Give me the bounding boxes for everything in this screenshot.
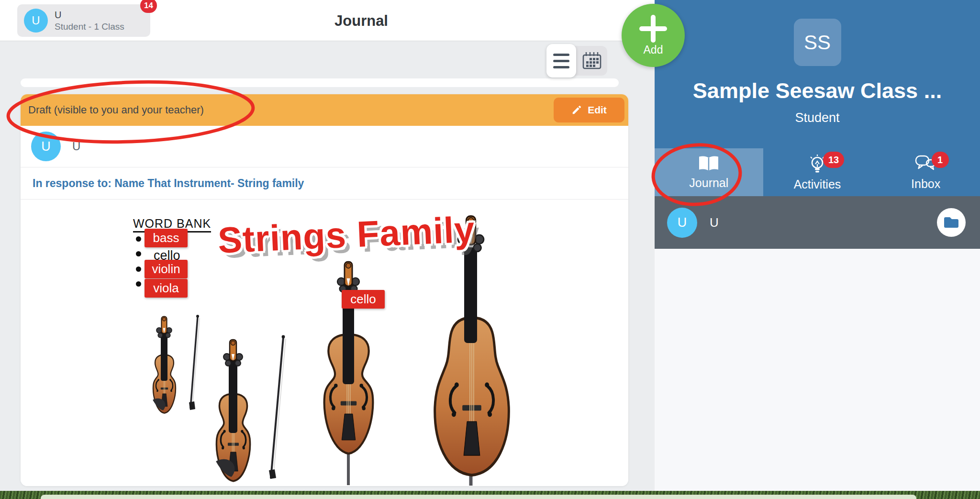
- add-button-label: Add: [644, 44, 663, 56]
- list-view-button[interactable]: [546, 44, 576, 78]
- in-response-to-link[interactable]: In response to: Name That Instrument- St…: [33, 177, 304, 190]
- seesaw-app-window: U U Student - 1 Class 14 Journal: [0, 0, 980, 499]
- tab-activities[interactable]: 13 Activities: [763, 148, 872, 196]
- class-name: Sample Seesaw Class ...: [693, 78, 942, 103]
- word-tile-viola[interactable]: viola: [145, 279, 188, 298]
- previous-post-edge: [21, 78, 619, 87]
- user-avatar: U: [24, 9, 48, 33]
- edit-button-label: Edit: [588, 104, 607, 116]
- inbox-badge: 1: [932, 152, 949, 168]
- response-row: In response to: Name That Instrument- St…: [21, 167, 628, 200]
- author-name: U: [72, 140, 80, 153]
- draft-status-text: Draft (visible to you and your teacher): [28, 104, 204, 116]
- list-view-icon: [553, 54, 569, 56]
- word-tile-violin[interactable]: violin: [145, 260, 188, 278]
- tab-inbox-label: Inbox: [911, 177, 940, 191]
- author-avatar: U: [31, 132, 61, 161]
- calendar-view-button[interactable]: [577, 46, 607, 76]
- class-avatar-initials: SS: [804, 31, 831, 54]
- user-name: U: [55, 9, 124, 21]
- background-window-edge: [41, 495, 916, 499]
- user-avatar-initial: U: [32, 14, 40, 27]
- draft-banner: Draft (visible to you and your teacher) …: [21, 94, 628, 126]
- activities-badge: 13: [823, 152, 844, 168]
- open-book-icon: [697, 155, 721, 173]
- violin-icon: [146, 317, 176, 416]
- journal-post-card: Draft (visible to you and your teacher) …: [21, 94, 628, 486]
- bass-icon: [435, 216, 509, 486]
- student-name: U: [710, 215, 719, 230]
- student-avatar-initial: U: [678, 215, 687, 230]
- bullet-icon: [136, 251, 141, 256]
- plus-icon: [639, 15, 667, 43]
- post-attachment-image[interactable]: WORD BANK bass cello violin viola String…: [21, 200, 628, 486]
- notification-badge: 14: [140, 0, 157, 13]
- author-avatar-initial: U: [41, 139, 51, 154]
- top-bar: U U Student - 1 Class 14 Journal: [0, 0, 655, 41]
- page-title: Journal: [334, 12, 388, 30]
- viola-icon: [206, 340, 250, 486]
- sidebar-tabs: Journal 13 Activities: [655, 148, 980, 196]
- viola-bow-icon: [269, 335, 286, 479]
- violin-bow-icon: [189, 315, 200, 410]
- word-tile-bass[interactable]: bass: [145, 229, 188, 247]
- bullet-icon: [136, 266, 141, 272]
- desktop-background-strip: [0, 491, 980, 499]
- class-header: SS Sample Seesaw Class ... Student: [655, 0, 980, 148]
- student-row[interactable]: U U: [655, 196, 980, 249]
- pencil-icon: [571, 105, 582, 115]
- class-role: Student: [795, 111, 839, 125]
- calendar-icon: [582, 51, 602, 70]
- bullet-icon: [136, 281, 141, 287]
- class-sidebar: SS Sample Seesaw Class ... Student Journ…: [655, 0, 980, 491]
- tab-activities-label: Activities: [794, 177, 841, 191]
- edit-button[interactable]: Edit: [554, 98, 624, 122]
- tab-inbox[interactable]: 1 Inbox: [871, 148, 980, 196]
- word-tile-cello-placed[interactable]: cello: [342, 290, 385, 309]
- view-toggle: [546, 46, 607, 76]
- folder-icon: [943, 216, 959, 229]
- journal-feed-empty-area: [655, 249, 980, 491]
- post-author-row: U U: [21, 126, 628, 167]
- tab-journal[interactable]: Journal: [655, 148, 763, 196]
- student-avatar: U: [667, 208, 697, 238]
- class-avatar[interactable]: SS: [794, 19, 841, 66]
- tab-journal-label: Journal: [689, 176, 728, 190]
- user-subtitle: Student - 1 Class: [55, 21, 124, 33]
- add-button[interactable]: Add: [622, 4, 685, 67]
- user-profile-chip[interactable]: U U Student - 1 Class 14: [17, 4, 150, 37]
- folders-button[interactable]: [937, 208, 966, 237]
- bullet-icon: [136, 236, 141, 242]
